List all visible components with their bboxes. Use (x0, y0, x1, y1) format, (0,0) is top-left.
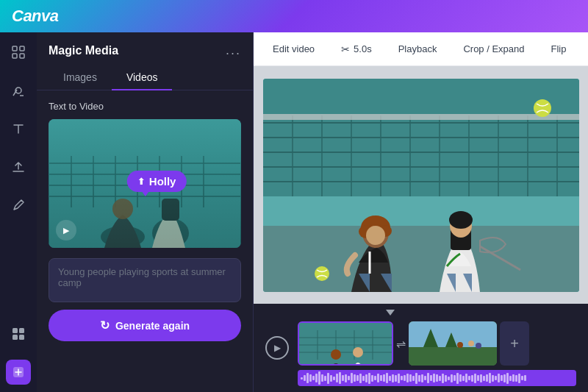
svg-point-56 (534, 99, 551, 117)
playback-label: Playback (398, 43, 437, 54)
prompt-input[interactable] (49, 258, 241, 302)
waveform-bar (351, 373, 353, 383)
waveform-bar (477, 375, 479, 381)
svg-rect-46 (263, 226, 579, 292)
duration-label: 5.0s (354, 43, 372, 54)
panel-more-button[interactable]: ... (226, 43, 241, 58)
svg-point-71 (457, 342, 463, 348)
sidebar-icon-upload[interactable] (6, 154, 31, 179)
waveform-bar (436, 374, 438, 382)
tab-images[interactable]: Images (49, 65, 112, 90)
svg-point-51 (366, 226, 385, 245)
waveform-bar (492, 375, 494, 382)
refresh-icon: ↻ (100, 318, 110, 332)
waveform-bar (489, 373, 491, 383)
waveform-bar (424, 376, 426, 380)
playback-button[interactable]: Playback (391, 39, 445, 59)
waveform-bar (524, 375, 526, 381)
main-photo (263, 79, 579, 292)
flip-label: Flip (551, 43, 567, 54)
panel-header: Magic Media ... (37, 32, 253, 65)
waveform-bar (301, 377, 303, 379)
crop-expand-label: Crop / Expand (463, 43, 524, 54)
waveform-bar (465, 374, 467, 382)
waveform-bar (380, 375, 382, 381)
clip-transition[interactable]: ⇌ (396, 337, 406, 351)
waveform-bar (421, 374, 423, 382)
waveform-bar (345, 374, 347, 382)
generate-button[interactable]: ↻ Generate again (49, 310, 241, 341)
waveform-bar (304, 375, 306, 381)
waveform-bar (354, 374, 356, 382)
waveform-bar (321, 374, 323, 382)
main-photo-svg (263, 79, 579, 292)
main-layout: Magic Media ... Images Videos Text to Vi… (0, 32, 588, 392)
timeline-play-button[interactable]: ▶ (265, 336, 289, 360)
sidebar-icon-shapes[interactable] (6, 78, 31, 103)
canva-logo: Canva (12, 7, 59, 26)
waveform-bar (445, 375, 447, 382)
edit-video-label: Edit video (273, 43, 315, 54)
waveform-bar (515, 375, 517, 382)
video-clip-1[interactable] (298, 321, 393, 366)
svg-rect-45 (263, 114, 579, 120)
waveform-bar (430, 375, 432, 381)
svg-point-67 (353, 347, 363, 357)
waveform-bar (336, 374, 338, 382)
sidebar-icon-draw[interactable] (6, 193, 31, 218)
waveform-bar (521, 376, 523, 380)
waveform-bar (406, 374, 409, 382)
sidebar-icon-magic[interactable] (6, 360, 31, 385)
waveform-bar (409, 374, 412, 382)
svg-rect-1 (20, 46, 24, 51)
play-icon: ▶ (63, 226, 69, 235)
waveform-bar (356, 375, 359, 381)
sidebar-icon-grid[interactable] (6, 40, 31, 65)
waveform-bar (474, 374, 476, 383)
waveform-bar (448, 377, 450, 380)
cursor-icon: ⬆ (137, 177, 145, 187)
waveform-bar (506, 373, 509, 384)
waveform-bar (362, 376, 365, 381)
waveform-bar (315, 374, 318, 382)
sidebar-icon-text[interactable] (6, 116, 31, 141)
waveform-bar (453, 375, 456, 381)
panel-title: Magic Media (49, 44, 118, 57)
waveform-bar (471, 375, 473, 382)
waveform-bar (327, 373, 329, 384)
timeline-track: ⇌ (298, 310, 576, 386)
clip-2-thumbnail (409, 321, 497, 366)
waveform-bar (495, 376, 497, 380)
svg-point-57 (315, 266, 329, 281)
tab-videos[interactable]: Videos (112, 65, 173, 90)
waveform-bar (389, 376, 391, 381)
edit-video-button[interactable]: Edit video (265, 39, 322, 59)
video-play-button[interactable]: ▶ (56, 220, 76, 240)
clip-1-thumbnail (299, 323, 393, 366)
svg-rect-3 (20, 54, 24, 58)
waveform-bar (377, 374, 379, 382)
crop-expand-button[interactable]: Crop / Expand (456, 39, 531, 59)
add-clip-button[interactable]: + (500, 321, 529, 366)
waveform-bar (339, 372, 341, 384)
menu-button[interactable]: ☰ (585, 39, 588, 59)
waveform-bar (498, 374, 500, 382)
waveform-bar (509, 376, 512, 381)
waveform-bar (324, 376, 326, 381)
scissors-duration[interactable]: ✂ 5.0s (334, 39, 379, 60)
waveform-bar (383, 374, 385, 382)
tabs-container: Images Videos (37, 65, 253, 90)
waveform-bar (451, 374, 453, 382)
waveform-bar (398, 374, 400, 383)
timeline: ▶ (254, 304, 588, 392)
waveform-bar (512, 374, 514, 382)
video-clip-2[interactable] (409, 321, 497, 366)
waveform-bar (486, 374, 488, 382)
waveform (298, 370, 576, 386)
sidebar-icon-apps[interactable] (6, 321, 31, 346)
svg-point-73 (476, 343, 481, 349)
flip-button[interactable]: Flip (544, 39, 574, 59)
toolbar: Edit video ✂ 5.0s Playback Crop / Expand… (254, 32, 588, 66)
waveform-bar (418, 375, 420, 382)
waveform-bar (480, 374, 482, 382)
